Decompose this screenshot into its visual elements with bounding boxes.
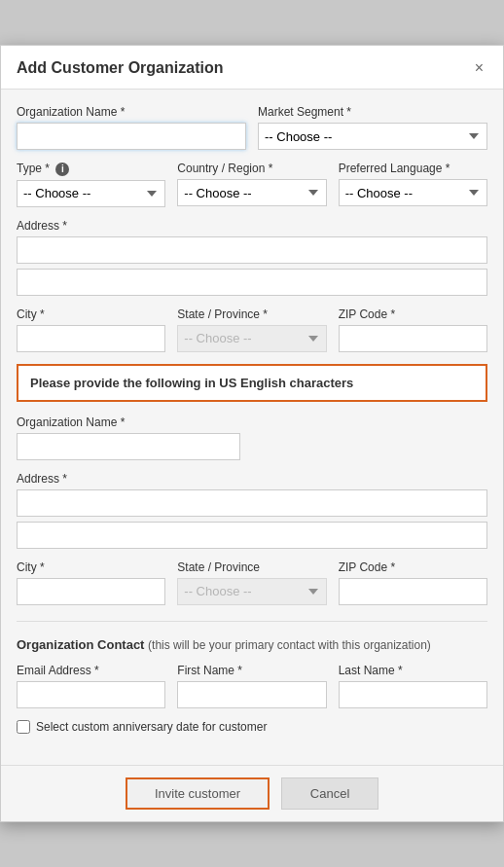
anniversary-checkbox-label: Select custom anniversary date for custo… — [36, 720, 267, 734]
us-state-label: State / Province — [177, 560, 326, 574]
city-label: City * — [17, 307, 165, 321]
row-us-org-name: Organization Name * — [17, 415, 487, 460]
state-label: State / Province * — [177, 307, 326, 321]
dialog-title: Add Customer Organization — [17, 59, 223, 77]
group-org-name: Organization Name * — [17, 105, 246, 150]
anniversary-checkbox-row: Select custom anniversary date for custo… — [17, 720, 487, 734]
add-customer-dialog: Add Customer Organization × Organization… — [0, 45, 504, 822]
pref-lang-select[interactable]: -- Choose -- — [339, 179, 487, 206]
email-label: Email Address * — [17, 664, 165, 677]
us-english-notice-text: Please provide the following in US Engli… — [30, 376, 353, 390]
dialog-body: Organization Name * Market Segment * -- … — [1, 90, 503, 765]
us-english-notice: Please provide the following in US Engli… — [17, 364, 487, 402]
close-button[interactable]: × — [471, 59, 487, 77]
row-us-city-state-zip: City * State / Province -- Choose -- ZIP… — [17, 560, 487, 605]
country-select[interactable]: -- Choose -- — [177, 179, 326, 206]
anniversary-checkbox[interactable] — [17, 720, 30, 734]
group-country: Country / Region * -- Choose -- — [177, 162, 326, 207]
us-zip-label: ZIP Code * — [339, 560, 487, 574]
type-info-icon[interactable]: i — [55, 163, 69, 176]
group-type: Type * i -- Choose -- — [17, 162, 165, 207]
state-select[interactable]: -- Choose -- — [177, 325, 326, 352]
group-us-address: Address * — [17, 472, 487, 549]
cancel-button[interactable]: Cancel — [281, 777, 378, 810]
us-address-label: Address * — [17, 472, 487, 486]
us-address-line2-input[interactable] — [17, 522, 487, 549]
us-city-label: City * — [17, 560, 165, 574]
group-email: Email Address * — [17, 664, 165, 708]
row-address-label: Address * — [17, 219, 487, 296]
address-label: Address * — [17, 219, 487, 233]
group-pref-lang: Preferred Language * -- Choose -- — [339, 162, 487, 207]
row-type-country-lang: Type * i -- Choose -- Country / Region *… — [17, 162, 487, 207]
footer-buttons: Invite customer Cancel — [1, 765, 503, 821]
type-select[interactable]: -- Choose -- — [17, 180, 165, 207]
zip-input[interactable] — [339, 325, 487, 352]
address-line2-input[interactable] — [17, 269, 487, 296]
section-divider — [17, 621, 487, 622]
last-name-input[interactable] — [339, 681, 487, 708]
us-org-name-label: Organization Name * — [17, 415, 240, 429]
group-us-state: State / Province -- Choose -- — [177, 560, 326, 605]
row-city-state-zip: City * State / Province * -- Choose -- Z… — [17, 307, 487, 352]
group-first-name: First Name * — [177, 664, 326, 708]
us-state-select[interactable]: -- Choose -- — [177, 578, 326, 605]
invite-customer-button[interactable]: Invite customer — [126, 777, 270, 810]
row-us-address: Address * — [17, 472, 487, 549]
row-contact-fields: Email Address * First Name * Last Name * — [17, 664, 487, 708]
org-contact-title: Organization Contact (this will be your … — [17, 637, 487, 652]
type-label: Type * i — [17, 162, 165, 176]
address-line1-input[interactable] — [17, 236, 487, 264]
group-zip: ZIP Code * — [339, 307, 487, 352]
city-input[interactable] — [17, 325, 165, 352]
row-org-market: Organization Name * Market Segment * -- … — [17, 105, 487, 150]
country-label: Country / Region * — [177, 162, 326, 175]
us-org-name-input[interactable] — [17, 433, 240, 460]
email-input[interactable] — [17, 681, 165, 708]
group-city: City * — [17, 307, 165, 352]
market-segment-label: Market Segment * — [258, 105, 487, 119]
group-us-city: City * — [17, 560, 165, 605]
pref-lang-label: Preferred Language * — [339, 162, 487, 175]
market-segment-select[interactable]: -- Choose -- — [258, 123, 487, 150]
first-name-input[interactable] — [177, 681, 326, 708]
dialog-header: Add Customer Organization × — [1, 46, 503, 90]
group-last-name: Last Name * — [339, 664, 487, 708]
org-contact-subtitle: (this will be your primary contact with … — [148, 638, 431, 652]
last-name-label: Last Name * — [339, 664, 487, 677]
group-state: State / Province * -- Choose -- — [177, 307, 326, 352]
first-name-label: First Name * — [177, 664, 326, 677]
us-address-line1-input[interactable] — [17, 489, 487, 517]
group-us-zip: ZIP Code * — [339, 560, 487, 605]
zip-label: ZIP Code * — [339, 307, 487, 321]
org-name-label: Organization Name * — [17, 105, 246, 119]
group-us-org-name: Organization Name * — [17, 415, 240, 460]
group-market-segment: Market Segment * -- Choose -- — [258, 105, 487, 150]
us-zip-input[interactable] — [339, 578, 487, 605]
us-city-input[interactable] — [17, 578, 165, 605]
group-address: Address * — [17, 219, 487, 296]
org-name-input[interactable] — [17, 123, 246, 150]
